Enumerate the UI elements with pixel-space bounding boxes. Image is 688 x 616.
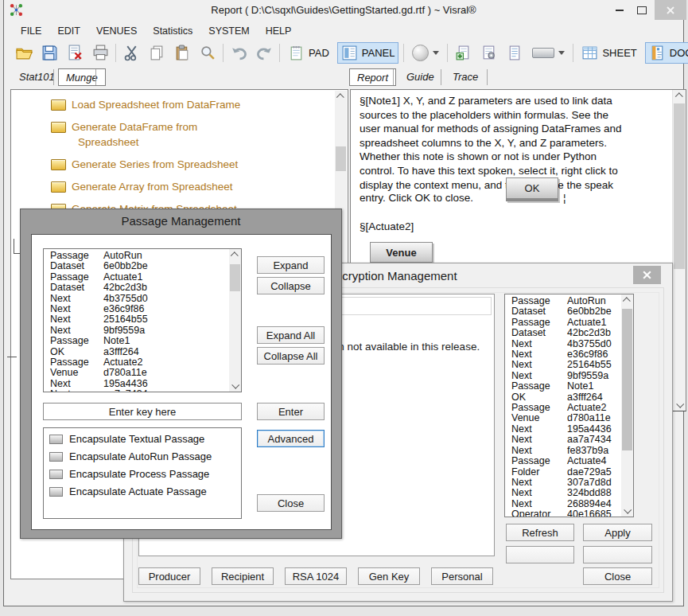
list-row[interactable]: Folder dae729a5 xyxy=(505,467,621,478)
encryption-role-button[interactable]: Personal xyxy=(431,567,493,585)
tree-item[interactable]: Generate Array from Spreadsheet xyxy=(51,179,290,194)
list-scrollbar[interactable] xyxy=(229,249,241,392)
menu-item[interactable]: Statistics xyxy=(146,23,200,39)
list-row[interactable]: Next 4b3755d0 xyxy=(44,294,229,304)
search-icon[interactable] xyxy=(197,43,218,64)
tab-trace[interactable]: Trace xyxy=(445,68,485,84)
expand-all-button[interactable]: Expand All xyxy=(257,326,325,344)
list-row[interactable]: Passage AutoRun xyxy=(505,296,621,306)
pad-button[interactable]: PAD xyxy=(285,43,332,63)
delete-document-icon[interactable] xyxy=(64,43,85,64)
insert-process-icon[interactable] xyxy=(478,43,499,64)
list-row[interactable]: Venue d780a11e xyxy=(44,368,229,378)
key-input[interactable] xyxy=(43,403,242,420)
report-scrollbar[interactable] xyxy=(672,90,686,411)
list-row[interactable]: Passage Note1 xyxy=(44,336,229,346)
scroll-thumb[interactable] xyxy=(336,146,346,171)
undo-icon[interactable] xyxy=(228,43,249,64)
scroll-down-arrow[interactable] xyxy=(229,380,241,392)
menu-item[interactable]: HELP xyxy=(258,23,299,39)
list-row[interactable]: OK a3fff264 xyxy=(44,347,229,357)
copy-icon[interactable] xyxy=(146,43,167,64)
scroll-up-arrow[interactable] xyxy=(621,294,633,306)
tab-guide[interactable]: Guide xyxy=(399,68,441,84)
encapsulate-option[interactable]: Encapsulate Textual Passage xyxy=(49,433,241,445)
blank-button[interactable] xyxy=(506,546,574,563)
list-row[interactable]: Passage Note1 xyxy=(505,381,621,392)
list-row[interactable]: Next aa7a7434 xyxy=(44,389,229,392)
list-row[interactable]: Next 25164b55 xyxy=(505,360,621,370)
list-row[interactable]: Passage Actuate2 xyxy=(44,357,229,368)
list-row[interactable]: Dataset 6e0bb2be xyxy=(44,261,229,271)
encryption-role-button[interactable]: Gen Key xyxy=(358,567,420,585)
list-row[interactable]: Operator 40e16685 xyxy=(505,509,621,517)
insert-sheet-icon[interactable] xyxy=(453,43,473,64)
list-row[interactable]: Dataset 42bc2d3b xyxy=(44,283,229,293)
encapsulate-option[interactable]: Encapsulate AutoRun Passage xyxy=(49,450,241,462)
encryption-role-button[interactable]: RSA 1024 xyxy=(285,567,347,585)
list-row[interactable]: Next 195a4436 xyxy=(505,424,621,435)
tab-munge[interactable]: Munge xyxy=(58,68,106,86)
list-row[interactable]: Next 4b3755d0 xyxy=(505,339,621,349)
close-button[interactable] xyxy=(633,266,661,284)
refresh-button[interactable]: Refresh xyxy=(506,524,574,541)
drawer-button[interactable] xyxy=(529,46,568,60)
scroll-down-arrow[interactable] xyxy=(673,399,686,411)
close-dialog-button[interactable]: Close xyxy=(583,567,652,585)
list-row[interactable]: Next e36c9f86 xyxy=(44,304,229,314)
panel-button[interactable]: PANEL xyxy=(337,42,399,64)
open-folder-icon[interactable] xyxy=(14,43,34,64)
encryption-role-button[interactable]: Recipient xyxy=(212,567,274,585)
menu-item[interactable]: SYSTEM xyxy=(201,23,256,39)
list-row[interactable]: Passage Actuate1 xyxy=(44,272,229,283)
cut-icon[interactable] xyxy=(121,43,142,64)
tree-item[interactable]: Generate DataFrame from Spreadsheet xyxy=(51,119,290,150)
tab-stat101[interactable]: Stat101 xyxy=(12,68,62,84)
print-icon[interactable] xyxy=(90,43,111,64)
list-row[interactable]: Dataset 6e0bb2be xyxy=(505,306,621,317)
list-row[interactable]: Passage Actuate1 xyxy=(505,318,621,328)
encapsulate-option[interactable]: Encapsulate Process Passage xyxy=(49,468,241,480)
scroll-thumb[interactable] xyxy=(622,309,632,450)
list-scrollbar[interactable] xyxy=(621,294,633,517)
close-button[interactable] xyxy=(655,0,686,20)
encryption-role-button[interactable]: Producer xyxy=(138,567,200,585)
tab-report[interactable]: Report xyxy=(349,68,396,86)
venue-button[interactable]: Venue xyxy=(370,242,433,264)
menu-item[interactable]: FILE xyxy=(14,23,49,39)
list-row[interactable]: Dataset 42bc2d3b xyxy=(505,328,621,338)
apply-button[interactable]: Apply xyxy=(583,524,652,541)
encapsulate-option[interactable]: Encapsulate Actuate Passage xyxy=(49,485,241,497)
scroll-thumb[interactable] xyxy=(674,103,685,269)
menu-item[interactable]: EDIT xyxy=(50,23,87,39)
list-row[interactable]: Passage Actuate4 xyxy=(505,456,621,466)
collapse-all-button[interactable]: Collapse All xyxy=(257,347,325,365)
list-row[interactable]: Next 25164b55 xyxy=(44,314,229,325)
encapsulate-list[interactable]: Encapsulate Textual Passage Encapsulate … xyxy=(43,427,242,519)
save-icon[interactable] xyxy=(39,43,60,64)
passage-entry-list[interactable]: Passage AutoRun Dataset 6e0bb2be Passage xyxy=(43,248,242,392)
tree-item[interactable]: Generate Series from Spreadsheet xyxy=(51,157,290,172)
blank-button[interactable] xyxy=(583,546,652,563)
redo-icon[interactable] xyxy=(254,43,274,64)
list-row[interactable]: Next 9bf9559a xyxy=(44,326,229,336)
list-row[interactable]: Next fe837b9a xyxy=(505,446,621,456)
tree-item[interactable]: Load Spreadsheet from DataFrame xyxy=(51,97,290,112)
enter-button[interactable]: Enter xyxy=(257,403,325,420)
list-row[interactable]: Next 268894e4 xyxy=(505,499,621,509)
paste-icon[interactable] xyxy=(172,43,192,64)
list-row[interactable]: Venue d780a11e xyxy=(505,413,621,423)
list-row[interactable]: Passage Actuate2 xyxy=(505,403,621,413)
collapse-button[interactable]: Collapse xyxy=(257,277,325,294)
advanced-button[interactable]: Advanced xyxy=(257,430,325,447)
minimize-button[interactable] xyxy=(608,0,631,20)
encryption-entry-list[interactable]: Passage AutoRun Dataset 6e0bb2be Passage… xyxy=(504,294,634,517)
sheet-button[interactable]: SHEET xyxy=(578,43,639,63)
close-dialog-button[interactable]: Close xyxy=(257,494,325,512)
list-row[interactable]: Next 9bf9559a xyxy=(505,371,621,381)
expand-button[interactable]: Expand xyxy=(257,256,325,274)
scroll-down-arrow[interactable] xyxy=(621,505,633,517)
maximize-button[interactable] xyxy=(631,0,653,20)
list-row[interactable]: Next 324bdd88 xyxy=(505,488,621,498)
scroll-up-arrow[interactable] xyxy=(335,91,347,103)
